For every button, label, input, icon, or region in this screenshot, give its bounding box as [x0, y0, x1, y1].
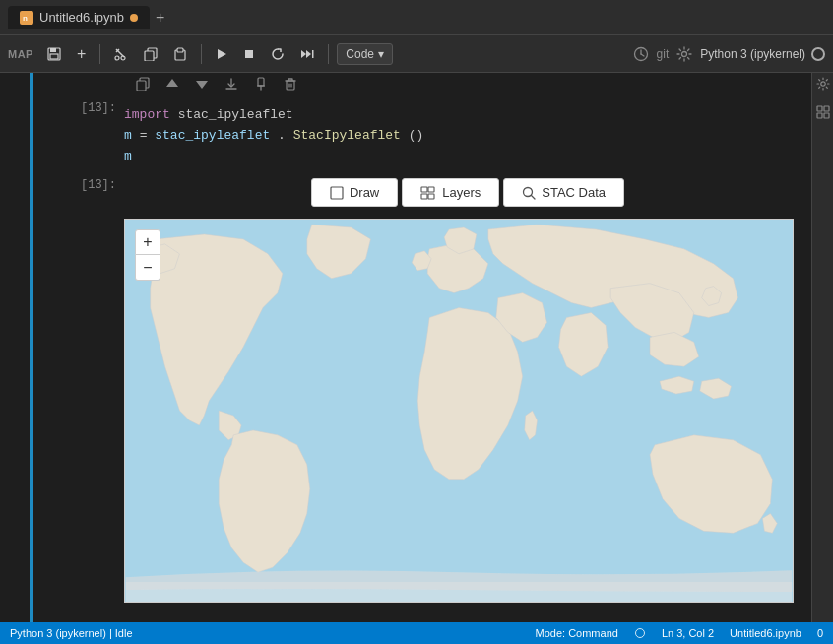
- settings-sidebar-icon[interactable]: [816, 77, 830, 94]
- cell-type-label: Code: [346, 47, 374, 61]
- svg-line-20: [641, 54, 644, 56]
- status-bar: Python 3 (ipykernel) | Idle Mode: Comman…: [0, 622, 833, 644]
- status-bar-right: Mode: Command Ln 3, Col 2 Untitled6.ipyn…: [536, 627, 823, 639]
- delete-cell-button[interactable]: [280, 75, 301, 96]
- output-cell: [13]: Draw: [45, 174, 811, 603]
- svg-rect-46: [824, 113, 829, 118]
- restart-button[interactable]: [265, 43, 290, 65]
- paste-button[interactable]: [167, 43, 193, 65]
- cut-button[interactable]: [108, 43, 134, 65]
- filename-status: Untitled6.ipynb: [730, 627, 801, 639]
- move-up-button[interactable]: [161, 75, 183, 96]
- move-down-button[interactable]: [191, 75, 213, 96]
- svg-point-7: [115, 56, 119, 60]
- svg-line-40: [532, 195, 536, 199]
- svg-point-21: [682, 51, 687, 56]
- separator2: [201, 44, 202, 64]
- draw-label: Draw: [350, 185, 379, 200]
- svg-rect-31: [287, 81, 294, 90]
- pin-button[interactable]: [250, 75, 272, 96]
- toolbar: MAP +: [0, 35, 833, 73]
- code-line-3: m: [124, 147, 811, 167]
- input-prompt: [13]:: [45, 97, 124, 174]
- kernel-info: Python 3 (ipykernel) | Idle: [10, 627, 133, 639]
- svg-marker-25: [196, 81, 208, 89]
- keyword-import: import: [124, 107, 170, 122]
- cell-type-select[interactable]: Code ▾: [337, 43, 393, 65]
- svg-rect-44: [824, 106, 829, 111]
- kernel-circle: [811, 47, 825, 61]
- svg-marker-24: [166, 79, 178, 87]
- svg-rect-38: [428, 194, 434, 199]
- download-button[interactable]: [221, 75, 242, 96]
- code-line-2: m = stac_ipyleaflet . StacIpyleaflet (): [124, 126, 811, 147]
- tab-favicon: n: [20, 11, 33, 25]
- layers-icon: [420, 186, 436, 200]
- map-container[interactable]: + −: [124, 219, 794, 603]
- map-zoom-controls: + −: [135, 229, 160, 281]
- svg-rect-4: [50, 54, 58, 59]
- tab-label: Untitled6.ipynb: [39, 10, 124, 25]
- output-prompt: [13]:: [45, 174, 124, 603]
- svg-rect-17: [312, 50, 314, 58]
- map-label: MAP: [8, 48, 33, 60]
- kernel-label: Python 3 (ipykernel): [700, 47, 805, 61]
- notebook: [13]: import stac_ipyleaflet m = stac_ip…: [45, 73, 811, 622]
- module-ref: stac_ipyleaflet: [155, 128, 270, 143]
- search-icon: [522, 186, 536, 200]
- svg-point-8: [121, 56, 125, 60]
- spaces-status: 0: [817, 627, 823, 639]
- svg-marker-13: [218, 49, 226, 59]
- right-sidebar: [811, 73, 833, 622]
- svg-rect-36: [428, 187, 434, 192]
- fast-forward-button[interactable]: [294, 43, 320, 65]
- svg-rect-10: [145, 51, 154, 61]
- settings-icon[interactable]: [676, 46, 692, 62]
- stac-data-button[interactable]: STAC Data: [503, 178, 624, 207]
- svg-text:n: n: [23, 14, 28, 23]
- layers-button[interactable]: Layers: [402, 178, 499, 207]
- world-map-svg: [125, 220, 793, 602]
- cursor-position: Ln 3, Col 2: [662, 627, 714, 639]
- layers-label: Layers: [442, 185, 481, 200]
- code-line-1: import stac_ipyleaflet: [124, 105, 811, 126]
- code-content[interactable]: import stac_ipyleaflet m = stac_ipyleafl…: [124, 97, 811, 174]
- copy-button[interactable]: [138, 43, 163, 65]
- separator3: [328, 44, 329, 64]
- svg-rect-37: [421, 194, 427, 199]
- input-cell: [13]: import stac_ipyleaflet m = stac_ip…: [45, 97, 811, 174]
- svg-rect-34: [331, 187, 343, 199]
- chevron-down-icon: ▾: [378, 47, 384, 61]
- save-button[interactable]: [41, 43, 67, 65]
- main-content: [13]: import stac_ipyleaflet m = stac_ip…: [0, 73, 833, 622]
- svg-rect-45: [817, 113, 822, 118]
- draw-icon: [330, 186, 344, 200]
- git-label: git: [657, 47, 670, 61]
- var-m-ref: m: [124, 149, 132, 163]
- svg-rect-28: [258, 78, 264, 86]
- draw-button[interactable]: Draw: [311, 178, 398, 207]
- zoom-out-button[interactable]: −: [135, 255, 160, 281]
- cell-toolbar: [124, 73, 309, 97]
- svg-point-42: [820, 82, 824, 86]
- add-cell-button[interactable]: +: [71, 41, 92, 67]
- tab-modified-dot: [130, 14, 138, 22]
- stop-button[interactable]: [237, 44, 261, 64]
- cell-toolbar-row: [45, 73, 811, 97]
- extensions-sidebar-icon[interactable]: [816, 105, 830, 122]
- svg-rect-14: [245, 50, 253, 58]
- mode-indicator: Mode: Command: [536, 627, 618, 639]
- output-content: Draw Layers: [124, 174, 811, 603]
- notebook-tab[interactable]: n Untitled6.ipynb: [8, 6, 150, 29]
- svg-marker-16: [306, 50, 311, 58]
- clock-icon: [633, 46, 649, 62]
- var-m: m: [124, 128, 132, 143]
- add-tab-button[interactable]: +: [156, 9, 164, 27]
- kernel-status: Python 3 (ipykernel): [700, 47, 825, 61]
- title-bar: n Untitled6.ipynb +: [0, 0, 833, 35]
- stac-label: STAC Data: [542, 185, 606, 200]
- copy-cell-button[interactable]: [132, 75, 154, 96]
- zoom-in-button[interactable]: +: [135, 229, 160, 255]
- svg-rect-23: [137, 81, 146, 91]
- run-button[interactable]: [210, 44, 233, 64]
